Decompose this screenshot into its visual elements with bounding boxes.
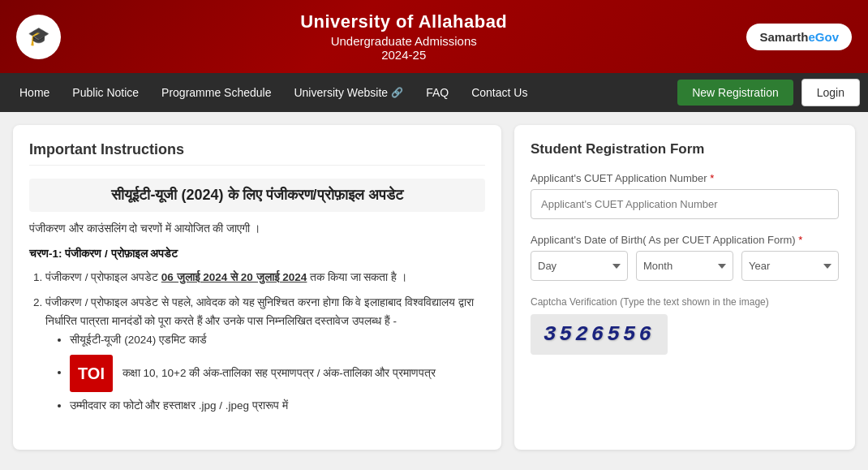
header-center: University of Allahabad Undergraduate Ad… <box>61 11 746 62</box>
registration-form-heading: Student Registration Form <box>531 141 839 157</box>
dob-label: Applicant's Date of Birth( As per CUET A… <box>531 234 839 246</box>
dob-required: * <box>798 234 802 246</box>
new-registration-button[interactable]: New Registration <box>677 80 793 106</box>
instruction-list: पंजीकरण / प्रोफाइल अपडेट 06 जुलाई 2024 स… <box>29 269 485 416</box>
list-item-1: पंजीकरण / प्रोफाइल अपडेट 06 जुलाई 2024 स… <box>45 269 485 287</box>
header-right: SamartheGov <box>746 24 852 50</box>
day-select[interactable]: Day <box>531 251 628 281</box>
nav-programme-schedule[interactable]: Programme Schedule <box>150 73 282 112</box>
intro-text: पंजीकरण और काउंसलिंग दो चरणों में आयोजित… <box>29 220 485 416</box>
link-icon: 🔗 <box>391 87 403 98</box>
hindi-heading: सीयूईटी-यूजी (2024) के लिए पंजीकरण/प्रोफ… <box>29 179 485 212</box>
list-item-1-text: पंजीकरण / प्रोफाइल अपडेट 06 जुलाई 2024 स… <box>45 271 407 283</box>
navbar: Home Public Notice Programme Schedule Un… <box>0 73 868 112</box>
captcha-image: 3526556 <box>531 314 668 355</box>
samarth-badge: SamartheGov <box>746 24 852 50</box>
sub-title: Undergraduate Admissions <box>61 34 746 48</box>
cuet-input[interactable] <box>531 189 839 219</box>
logo-icon: 🎓 <box>28 26 49 47</box>
header: 🎓 University of Allahabad Undergraduate … <box>0 0 868 73</box>
bullet-item-2: TOI कक्षा 10, 10+2 की अंक-तालिका सह प्रम… <box>70 355 485 392</box>
nav-links: Home Public Notice Programme Schedule Un… <box>8 73 677 112</box>
nav-contact-us[interactable]: Contact Us <box>460 73 539 112</box>
step-heading: चरण-1: पंजीकरण / प्रोफ़ाइल अपडेट <box>29 248 178 260</box>
egov-label: eGov <box>808 30 839 44</box>
university-name: University of Allahabad <box>61 11 746 32</box>
important-instructions-heading: Important Instructions <box>29 141 485 166</box>
dob-group: Applicant's Date of Birth( As per CUET A… <box>531 234 839 281</box>
university-logo: 🎓 <box>16 15 61 59</box>
nav-faq[interactable]: FAQ <box>415 73 460 112</box>
month-select[interactable]: Month <box>636 251 733 281</box>
left-panel: Important Instructions सीयूईटी-यूजी (202… <box>13 125 501 450</box>
cuet-required: * <box>710 172 714 184</box>
nav-home[interactable]: Home <box>8 73 61 112</box>
bullet-list: सीयूईटी-यूजी (2024) एडमिट कार्ड TOI कक्ष… <box>45 331 485 416</box>
year-select[interactable]: Year <box>741 251 839 281</box>
dob-row: Day Month Year <box>531 251 839 281</box>
main-content: Important Instructions सीयूईटी-यूजी (202… <box>0 112 868 463</box>
nav-university-website[interactable]: University Website 🔗 <box>282 73 415 112</box>
captcha-label: Captcha Verification (Type the text show… <box>531 295 839 308</box>
nav-public-notice[interactable]: Public Notice <box>61 73 150 112</box>
toi-badge: TOI <box>70 355 113 392</box>
right-panel: Student Registration Form Applicant's CU… <box>514 125 855 450</box>
cuet-label: Applicant's CUET Application Number * <box>531 172 839 184</box>
captcha-group: Captcha Verification (Type the text show… <box>531 295 839 355</box>
year: 2024-25 <box>61 48 746 62</box>
list-item-2: पंजीकरण / प्रोफाइल अपडेट से पहले, आवेदक … <box>45 294 485 416</box>
samarth-label: Samarth <box>759 30 808 44</box>
login-button[interactable]: Login <box>801 79 860 106</box>
nav-actions: New Registration Login <box>677 79 860 106</box>
bullet-item-1: सीयूईटी-यूजी (2024) एडमिट कार्ड <box>70 331 485 350</box>
bullet-item-3: उम्मीदवार का फोटो और हस्ताक्षर .jpg / .j… <box>70 397 485 416</box>
cuet-number-group: Applicant's CUET Application Number * <box>531 172 839 219</box>
